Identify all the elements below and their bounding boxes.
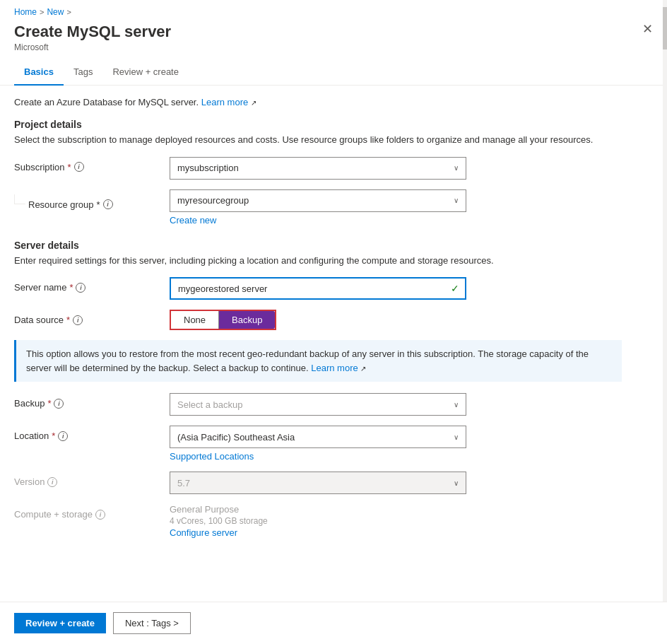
create-new-link[interactable]: Create new [170, 215, 216, 226]
location-row: Location * i (Asia Pacific) Southeast As… [14, 426, 622, 462]
backup-info-icon[interactable]: i [54, 399, 64, 409]
server-name-required: * [69, 282, 73, 293]
data-source-row: Data source * i None Backup [14, 310, 622, 330]
main-content: Create an Azure Database for MySQL serve… [0, 86, 636, 604]
subscription-control: mysubscription ∨ [170, 157, 466, 180]
project-details-section: Project details Select the subscription … [14, 119, 622, 226]
breadcrumb: Home > New > [0, 0, 667, 20]
resource-group-dropdown[interactable]: myresourcegroup ∨ [170, 189, 466, 212]
version-info-icon[interactable]: i [47, 477, 57, 487]
rg-info-icon[interactable]: i [103, 199, 113, 209]
subscription-info-icon[interactable]: i [74, 162, 84, 172]
backup-control: Select a backup ∨ [170, 393, 466, 416]
server-name-label: Server name * i [14, 277, 170, 293]
breadcrumb-new[interactable]: New [47, 7, 64, 17]
data-source-control: None Backup [170, 310, 466, 330]
breadcrumb-sep1: > [40, 8, 44, 16]
version-control: 5.7 ∨ [170, 472, 466, 494]
server-name-info-icon[interactable]: i [76, 283, 85, 293]
subscription-dropdown[interactable]: mysubscription ∨ [170, 157, 466, 180]
data-source-toggle-group: None Backup [171, 311, 275, 329]
backup-dropdown[interactable]: Select a backup ∨ [170, 393, 466, 416]
configure-server-link[interactable]: Configure server [170, 527, 237, 538]
resource-group-row: Resource group * i myresourcegroup ∨ Cre… [14, 189, 622, 226]
project-section-desc: Select the subscription to manage deploy… [14, 133, 622, 147]
compute-storage-label: Compute + storage i [14, 504, 170, 520]
page-header: Create MySQL server Microsoft ✕ [0, 20, 667, 59]
version-row: Version i 5.7 ∨ [14, 472, 622, 494]
location-control: (Asia Pacific) Southeast Asia ∨ Supporte… [170, 426, 466, 462]
info-learn-more-link[interactable]: Learn more [311, 363, 358, 373]
footer: Review + create Next : Tags > [0, 602, 667, 644]
backup-label: Backup * i [14, 393, 170, 409]
compute-storage-row: Compute + storage i General Purpose 4 vC… [14, 504, 622, 538]
server-name-checkmark: ✓ [445, 283, 465, 294]
tab-basics[interactable]: Basics [14, 59, 64, 86]
rg-indent-line [14, 194, 25, 204]
subscription-dropdown-arrow: ∨ [454, 164, 459, 172]
rg-control: myresourcegroup ∨ Create new [170, 189, 466, 226]
rg-indent: Resource group * i [14, 189, 170, 210]
next-tags-button[interactable]: Next : Tags > [113, 612, 191, 634]
tab-bar: Basics Tags Review + create [0, 59, 667, 86]
version-dropdown-arrow: ∨ [454, 479, 459, 487]
page-title: Create MySQL server [14, 23, 653, 41]
version-dropdown: 5.7 ∨ [170, 472, 466, 494]
server-details-section: Server details Enter required settings f… [14, 240, 622, 539]
learn-more-link[interactable]: Learn more [201, 97, 248, 107]
rg-dropdown-arrow: ∨ [454, 197, 459, 204]
scrollbar[interactable] [663, 0, 667, 644]
location-required: * [52, 431, 55, 441]
breadcrumb-sep2: > [66, 8, 71, 16]
tab-description: Create an Azure Database for MySQL serve… [14, 97, 622, 107]
location-label: Location * i [14, 426, 170, 441]
data-source-highlight-border: None Backup [170, 310, 276, 330]
backup-row: Backup * i Select a backup ∨ [14, 393, 622, 416]
server-section-desc: Enter required settings for this server,… [14, 254, 622, 268]
server-name-input[interactable] [171, 279, 445, 298]
breadcrumb-home[interactable]: Home [14, 7, 37, 17]
compute-info-icon[interactable]: i [95, 510, 105, 520]
spacer-1 [14, 228, 622, 240]
data-source-label: Data source * i [14, 310, 170, 325]
server-section-title: Server details [14, 240, 622, 251]
server-name-input-wrap: ✓ [170, 277, 466, 300]
backup-dropdown-arrow: ∨ [454, 401, 459, 409]
data-source-backup-btn[interactable]: Backup [219, 311, 275, 329]
location-dropdown[interactable]: (Asia Pacific) Southeast Asia ∨ [170, 426, 466, 448]
subscription-row: Subscription * i mysubscription ∨ [14, 157, 622, 180]
supported-locations-link[interactable]: Supported Locations [170, 451, 254, 462]
close-button[interactable]: ✕ [642, 23, 653, 35]
backup-required: * [47, 398, 51, 409]
location-info-icon[interactable]: i [58, 431, 68, 441]
server-name-row: Server name * i ✓ [14, 277, 622, 300]
subscription-required: * [68, 162, 71, 172]
version-label: Version i [14, 472, 170, 487]
page-subtitle: Microsoft [14, 42, 653, 52]
rg-required: * [97, 199, 100, 210]
project-section-title: Project details [14, 119, 622, 130]
data-source-none-btn[interactable]: None [171, 311, 219, 329]
backup-info-box: This option allows you to restore from t… [14, 340, 622, 382]
data-source-info-icon[interactable]: i [73, 315, 83, 325]
data-source-required: * [66, 315, 70, 325]
location-dropdown-arrow: ∨ [454, 433, 459, 441]
subscription-label: Subscription * i [14, 157, 170, 172]
review-create-button[interactable]: Review + create [14, 613, 106, 633]
tab-review-create[interactable]: Review + create [102, 59, 189, 86]
server-name-control: ✓ [170, 277, 466, 300]
tab-tags[interactable]: Tags [64, 59, 102, 86]
compute-storage-control: General Purpose 4 vCores, 100 GB storage… [170, 504, 466, 538]
compute-tier: General Purpose [170, 504, 466, 515]
compute-spec: 4 vCores, 100 GB storage [170, 516, 466, 526]
